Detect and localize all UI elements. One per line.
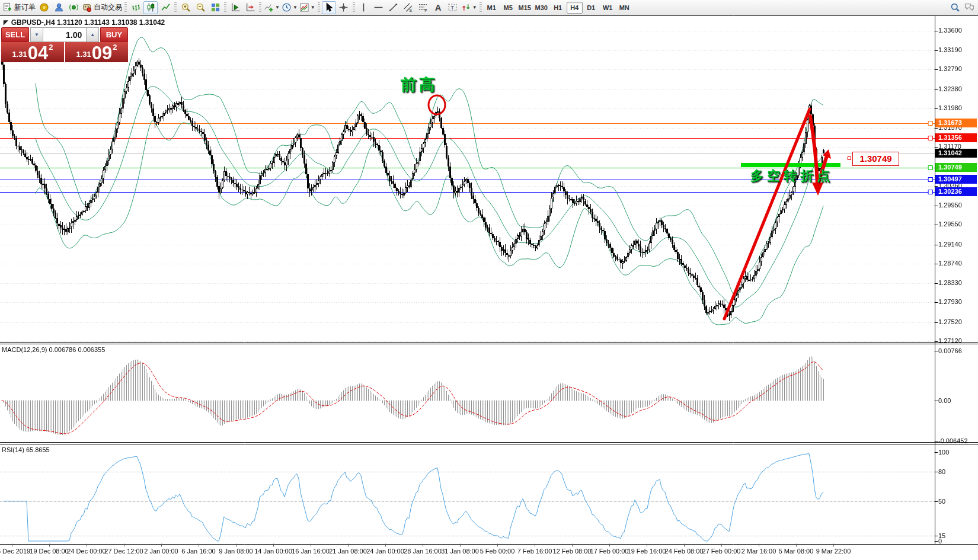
auto-trading-button-label: 自动交易	[94, 2, 122, 12]
price-callout-box[interactable]: 1.30749	[852, 152, 899, 166]
crosshair-icon	[338, 2, 349, 12]
main-toolbar: 新订单自动交易▼▼▼EFAT▼M1M5M15M30H1H4D1W1MN	[0, 0, 978, 15]
line-chart-icon	[161, 2, 171, 12]
rsi-axis-tick-label: 80	[938, 468, 945, 475]
chart-title: ◤ GBPUSD-,H4 1.31120 1.31143 1.31038 1.3…	[4, 18, 165, 27]
new-order-icon	[2, 2, 12, 12]
community-button[interactable]	[66, 1, 81, 14]
sell-button[interactable]: SELL	[1, 27, 29, 42]
shapes-button[interactable]: ▼	[461, 1, 478, 14]
profile-icon	[54, 2, 64, 12]
channel-button[interactable]: E	[401, 1, 416, 14]
svg-text:A: A	[435, 3, 442, 12]
chat-icon	[964, 2, 974, 12]
time-axis-label: 28 Jan 16:00	[404, 548, 442, 555]
zoom-in-button[interactable]	[178, 1, 193, 14]
timeframe-button-h1[interactable]: H1	[550, 2, 566, 14]
trendline-button[interactable]	[386, 1, 401, 14]
time-axis-label: 14 Jan 00:00	[254, 548, 292, 555]
fibonacci-button[interactable]: F	[416, 1, 430, 14]
timeframe-button-m5[interactable]: M5	[500, 2, 516, 14]
indicators-button[interactable]: ▼	[263, 1, 280, 14]
turning-point-annotation[interactable]: 多空转折点	[750, 167, 833, 185]
line-chart-button[interactable]	[158, 1, 172, 14]
timeframe-button-m30[interactable]: M30	[533, 2, 549, 14]
profile-button[interactable]	[52, 1, 66, 14]
search-icon	[950, 2, 960, 12]
volume-increase-button[interactable]: ▲	[86, 27, 99, 42]
tile-windows-button[interactable]	[208, 1, 222, 14]
price-level-tag: 1.31356	[935, 133, 977, 142]
price-level-tag: 1.30236	[935, 187, 977, 196]
one-click-trading-panel: SELL ▼ 1.00 ▲ BUY 1.31 04 2 1.31 09 2	[1, 27, 128, 62]
auto-scroll-button[interactable]	[228, 1, 242, 14]
chart-shift-icon	[245, 2, 255, 12]
price-axis-tick-label: 1.32790	[938, 65, 962, 72]
auto-trading-button[interactable]: 自动交易	[81, 1, 123, 14]
text-label-button[interactable]: T	[446, 1, 460, 14]
sell-price-display[interactable]: 1.31 04 2	[1, 42, 64, 62]
crosshair-button[interactable]	[337, 1, 351, 14]
cursor-button[interactable]	[322, 1, 336, 14]
time-axis-label: 9 Jan 08:00	[219, 548, 253, 555]
broadcast-icon	[69, 2, 79, 12]
chevron-down-icon[interactable]: ▼	[311, 5, 315, 10]
buy-button[interactable]: BUY	[100, 27, 128, 42]
marketplace-button[interactable]	[37, 1, 51, 14]
window-collapse-icon[interactable]: ◤	[4, 20, 8, 25]
price-level-tag: 1.31673	[935, 119, 977, 127]
volume-input[interactable]: 1.00	[43, 27, 87, 42]
buy-price-display[interactable]: 1.31 09 2	[65, 42, 128, 62]
toolbar-separator	[224, 2, 226, 13]
svg-text:F: F	[424, 8, 427, 12]
price-level-tag: 1.31042	[935, 149, 977, 158]
timeframe-button-w1[interactable]: W1	[600, 2, 616, 14]
horizontal-line-icon	[373, 2, 383, 12]
price-level-tag: 1.30497	[935, 175, 977, 184]
zoom-out-button[interactable]	[193, 1, 207, 14]
vertical-line-button[interactable]	[357, 1, 371, 14]
price-axis-tick-label: 1.32380	[938, 85, 962, 92]
chevron-down-icon[interactable]: ▼	[472, 5, 477, 10]
sell-price-pips: 04	[28, 45, 48, 61]
search-button[interactable]	[948, 1, 962, 14]
chevron-down-icon[interactable]: ▼	[275, 5, 280, 10]
toolbar-separator	[480, 2, 482, 13]
robot-icon	[82, 2, 92, 12]
time-axis-label: 9 Mar 22:00	[816, 548, 851, 555]
macd-label: MACD(12,26,9) 0.006786 0.006355	[2, 346, 105, 353]
text-button[interactable]: A	[431, 1, 445, 14]
price-axis-tick-label: 1.29140	[938, 241, 962, 248]
chart-shift-button[interactable]	[243, 1, 257, 14]
price-axis-tick-label: 1.28740	[938, 260, 962, 267]
chat-button[interactable]	[962, 1, 976, 14]
bar-chart-button[interactable]	[129, 1, 143, 14]
time-axis-label: 24 Feb 08:00	[665, 548, 704, 555]
timeframe-button-m15[interactable]: M15	[517, 2, 533, 14]
new-order-button[interactable]: 新订单	[2, 1, 36, 14]
templates-button[interactable]: ▼	[299, 1, 316, 14]
timeframe-button-mn[interactable]: MN	[616, 2, 632, 14]
time-axis-label: 16 Dec 2019	[0, 548, 30, 555]
previous-high-annotation[interactable]: 前高	[401, 74, 437, 95]
time-axis-label: 24 Dec 00:00	[67, 548, 106, 555]
timeframe-button-m1[interactable]: M1	[484, 2, 500, 14]
timeframe-button-d1[interactable]: D1	[583, 2, 599, 14]
periods-button[interactable]: ▼	[281, 1, 298, 14]
time-axis-label: 5 Mar 08:00	[779, 548, 814, 555]
price-chart-canvas[interactable]	[0, 0, 978, 560]
sell-price-fraction: 2	[49, 43, 53, 52]
clock-icon	[282, 2, 292, 12]
candlestick-chart-button[interactable]	[143, 1, 158, 14]
svg-text:E: E	[410, 8, 413, 12]
auto-scroll-icon	[231, 2, 241, 12]
chevron-down-icon[interactable]: ▼	[293, 5, 298, 10]
timeframe-button-h4[interactable]: H4	[567, 2, 583, 14]
time-axis-label: 16 Jan 16:00	[292, 548, 330, 555]
volume-decrease-button[interactable]: ▼	[30, 27, 43, 42]
price-axis-tick-label: 1.31980	[938, 104, 962, 111]
cursor-icon	[324, 2, 334, 12]
rsi-axis-tick-label: 100	[938, 449, 949, 456]
horizontal-line-button[interactable]	[372, 1, 386, 14]
vertical-line-icon	[359, 2, 369, 12]
